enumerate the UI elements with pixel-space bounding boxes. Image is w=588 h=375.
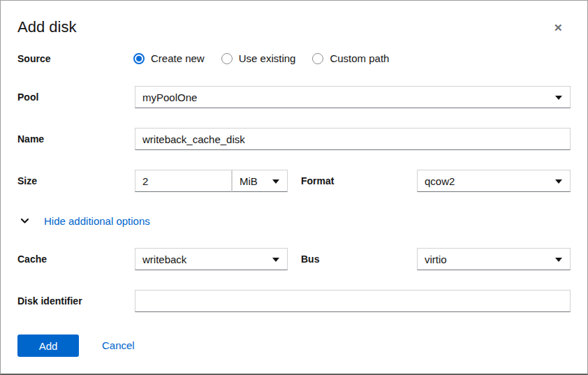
radio-use-existing[interactable]: Use existing — [221, 52, 296, 64]
caret-down-icon — [272, 258, 279, 262]
bus-label: Bus — [301, 253, 319, 265]
close-icon[interactable]: ✕ — [554, 22, 563, 33]
disk-identifier-input[interactable] — [135, 290, 571, 312]
caret-down-icon — [555, 179, 562, 184]
add-button[interactable]: Add — [17, 334, 79, 357]
name-input[interactable] — [135, 128, 571, 150]
caret-down-icon — [272, 179, 279, 184]
radio-create-new-label: Create new — [151, 52, 205, 64]
size-unit-value: MiB — [240, 175, 258, 187]
size-unit-select[interactable]: MiB — [232, 170, 288, 192]
source-label: Source — [17, 53, 50, 64]
radio-unselected-icon — [312, 53, 323, 64]
source-radio-group: Create new Use existing Custom path — [133, 52, 389, 64]
pool-label: Pool — [17, 91, 38, 103]
dialog-title: Add disk — [17, 18, 76, 36]
cancel-button[interactable]: Cancel — [102, 339, 135, 351]
size-label: Size — [17, 175, 37, 186]
bus-select[interactable]: virtio — [417, 248, 571, 270]
radio-unselected-icon — [221, 53, 233, 64]
cache-select-value: writeback — [142, 253, 186, 265]
additional-options-toggle[interactable]: Hide additional options — [20, 215, 150, 227]
radio-custom-path[interactable]: Custom path — [312, 52, 389, 64]
disk-identifier-label: Disk identifier — [17, 295, 82, 307]
caret-down-icon — [555, 96, 562, 100]
radio-use-existing-label: Use existing — [239, 52, 296, 64]
radio-custom-path-label: Custom path — [330, 52, 389, 64]
add-disk-dialog: Add disk ✕ Source Create new Use existin… — [0, 0, 588, 375]
name-label: Name — [17, 133, 44, 145]
format-label: Format — [301, 175, 334, 186]
additional-options-label: Hide additional options — [44, 215, 150, 227]
caret-down-icon — [555, 258, 562, 262]
radio-create-new[interactable]: Create new — [133, 52, 205, 64]
size-input[interactable] — [135, 170, 232, 192]
chevron-down-icon — [20, 218, 29, 224]
pool-select[interactable]: myPoolOne — [135, 86, 571, 108]
cache-select[interactable]: writeback — [135, 248, 288, 270]
format-select[interactable]: qcow2 — [417, 170, 571, 192]
bus-select-value: virtio — [425, 253, 447, 265]
format-select-value: qcow2 — [425, 175, 455, 187]
pool-select-value: myPoolOne — [142, 91, 197, 103]
radio-selected-icon — [133, 53, 145, 64]
cache-label: Cache — [17, 253, 47, 265]
